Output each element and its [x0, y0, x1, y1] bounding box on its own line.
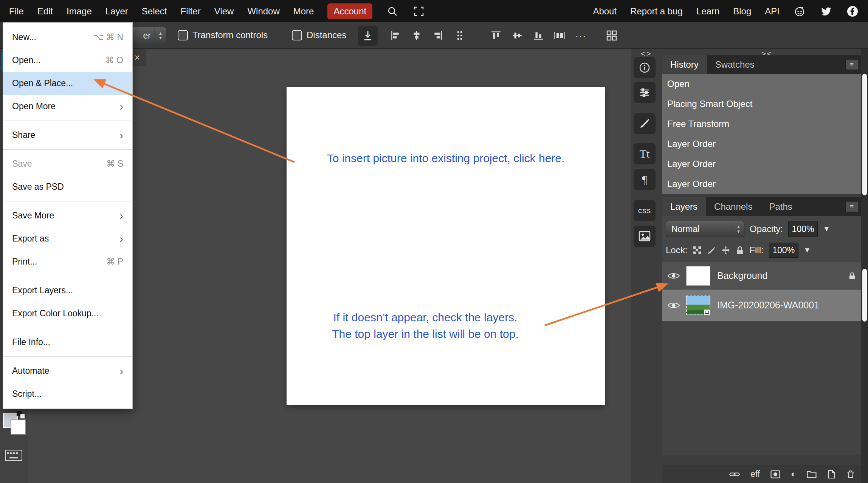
brush-panel-button[interactable]: [634, 113, 656, 134]
menu-item-export-as[interactable]: Export as ›: [3, 227, 132, 250]
eye-icon[interactable]: [667, 301, 680, 310]
align-bottom-icon[interactable]: [531, 29, 546, 42]
menu-item-save[interactable]: Save ⌘ S: [3, 152, 132, 175]
align-left-icon[interactable]: [388, 29, 403, 42]
history-item[interactable]: Layer Order: [662, 174, 861, 194]
paragraph-panel-button[interactable]: ¶: [634, 169, 656, 190]
adjustment-layer-icon[interactable]: ◐: [791, 469, 796, 479]
layer-thumbnail-smart-object[interactable]: [686, 296, 710, 315]
menu-item-new[interactable]: New... ⌥ ⌘ N: [3, 26, 132, 49]
layer-effects-button[interactable]: eff: [750, 469, 760, 479]
image-panel-button[interactable]: [634, 226, 656, 247]
menu-filter[interactable]: Filter: [180, 6, 200, 17]
stepper-icon[interactable]: ▲ ▼: [733, 221, 744, 237]
menu-item-print[interactable]: Print... ⌘ P: [3, 250, 132, 273]
account-button[interactable]: Account: [327, 3, 372, 19]
history-item[interactable]: Layer Order: [662, 154, 861, 174]
fill-value-field[interactable]: 100%: [769, 243, 798, 258]
menu-image[interactable]: Image: [67, 6, 92, 17]
panel-menu-icon[interactable]: ≡: [845, 202, 858, 212]
tab-swatches[interactable]: Swatches: [707, 55, 763, 74]
menu-file[interactable]: File: [9, 6, 24, 17]
blend-mode-select[interactable]: Normal ▲ ▼: [666, 221, 744, 237]
close-tab-icon[interactable]: ×: [134, 52, 140, 63]
menu-item-open[interactable]: Open... ⌘ O: [3, 49, 132, 72]
tab-channels[interactable]: Channels: [706, 197, 761, 216]
default-colors-icon[interactable]: [17, 411, 25, 419]
panel-menu-icon[interactable]: ≡: [845, 60, 858, 70]
menu-item-automate[interactable]: Automate ›: [3, 359, 132, 382]
link-about[interactable]: About: [593, 6, 617, 17]
history-item[interactable]: Placing Smart Object: [662, 94, 861, 114]
new-layer-icon[interactable]: [827, 470, 835, 479]
link-layers-icon[interactable]: [729, 471, 740, 478]
transform-controls-checkbox[interactable]: Transform controls: [178, 30, 268, 40]
distances-checkbox[interactable]: Distances: [292, 30, 346, 40]
link-blog[interactable]: Blog: [733, 6, 751, 17]
distribute-dots-icon[interactable]: [452, 29, 467, 42]
twitter-icon[interactable]: [820, 5, 832, 18]
lock-position-icon[interactable]: [721, 246, 730, 255]
menu-item-open-more[interactable]: Open More ›: [3, 95, 132, 118]
menu-more[interactable]: More: [293, 6, 314, 17]
menu-select[interactable]: Select: [142, 6, 167, 17]
menu-view[interactable]: View: [214, 6, 234, 17]
menu-item-share[interactable]: Share ›: [3, 124, 132, 147]
layer-thumbnail[interactable]: [686, 266, 710, 286]
opacity-value-field[interactable]: 100%: [788, 221, 818, 237]
link-learn[interactable]: Learn: [696, 6, 719, 17]
scrollbar-thumb[interactable]: [862, 74, 867, 195]
css-panel-button[interactable]: css: [634, 200, 656, 221]
align-hcenter-icon[interactable]: [409, 29, 424, 42]
menu-item-export-color-lookup[interactable]: Export Color Lookup...: [3, 302, 132, 325]
menu-item-open-and-place[interactable]: Open & Place...: [3, 72, 132, 95]
distribute-spacing-icon[interactable]: [552, 29, 567, 42]
history-item[interactable]: Open: [662, 74, 861, 94]
place-image-button[interactable]: [358, 26, 378, 46]
facebook-icon[interactable]: [846, 5, 859, 18]
foreground-background-swatches[interactable]: [3, 411, 26, 435]
history-item[interactable]: Free Transform: [662, 114, 861, 134]
history-item[interactable]: Layer Order: [662, 134, 861, 154]
tab-layers[interactable]: Layers: [662, 197, 706, 216]
eye-icon[interactable]: [667, 272, 680, 280]
fill-dropdown-icon[interactable]: ▼: [804, 246, 811, 254]
lock-all-icon[interactable]: [736, 246, 744, 255]
align-right-icon[interactable]: [430, 29, 445, 42]
menu-window[interactable]: Window: [247, 6, 279, 17]
menu-edit[interactable]: Edit: [37, 6, 53, 17]
opacity-dropdown-icon[interactable]: ▼: [823, 225, 830, 233]
link-api[interactable]: API: [765, 6, 780, 17]
fullscreen-icon[interactable]: [412, 5, 425, 18]
layer-row-img[interactable]: IMG-20200206-WA0001: [662, 289, 861, 321]
keyboard-icon[interactable]: [5, 450, 22, 461]
align-top-icon[interactable]: [488, 29, 504, 42]
stepper-icon[interactable]: ▲ ▼: [155, 27, 166, 44]
align-vcenter-icon[interactable]: [510, 29, 525, 42]
menu-item-script[interactable]: Script...: [3, 382, 132, 406]
info-panel-button[interactable]: [634, 57, 656, 78]
new-folder-icon[interactable]: [807, 470, 817, 478]
menu-item-save-more[interactable]: Save More ›: [3, 204, 132, 227]
tab-history[interactable]: History: [662, 55, 707, 74]
lock-transparency-icon[interactable]: [693, 246, 702, 255]
delete-layer-icon[interactable]: [846, 470, 855, 479]
properties-panel-button[interactable]: [634, 82, 656, 103]
more-options-icon[interactable]: ...: [575, 28, 586, 40]
search-icon[interactable]: [386, 5, 399, 18]
menu-layer[interactable]: Layer: [105, 6, 128, 17]
layer-row-background[interactable]: Background: [662, 262, 861, 289]
scrollbar-thumb[interactable]: [862, 269, 867, 322]
menu-item-export-layers[interactable]: Export Layers...: [3, 279, 132, 302]
workspace-grid-icon[interactable]: [604, 29, 619, 42]
layer-mask-icon[interactable]: [770, 470, 780, 478]
panel-scrollbar[interactable]: [861, 49, 868, 483]
lock-pixels-icon[interactable]: [707, 246, 716, 255]
reddit-icon[interactable]: [793, 5, 806, 18]
background-color-swatch[interactable]: [11, 420, 26, 435]
tab-paths[interactable]: Paths: [761, 197, 800, 216]
menu-item-save-as-psd[interactable]: Save as PSD: [3, 175, 132, 198]
character-panel-button[interactable]: Tt: [634, 143, 656, 164]
link-report-a-bug[interactable]: Report a bug: [630, 6, 683, 17]
menu-item-file-info[interactable]: File Info...: [3, 331, 132, 354]
